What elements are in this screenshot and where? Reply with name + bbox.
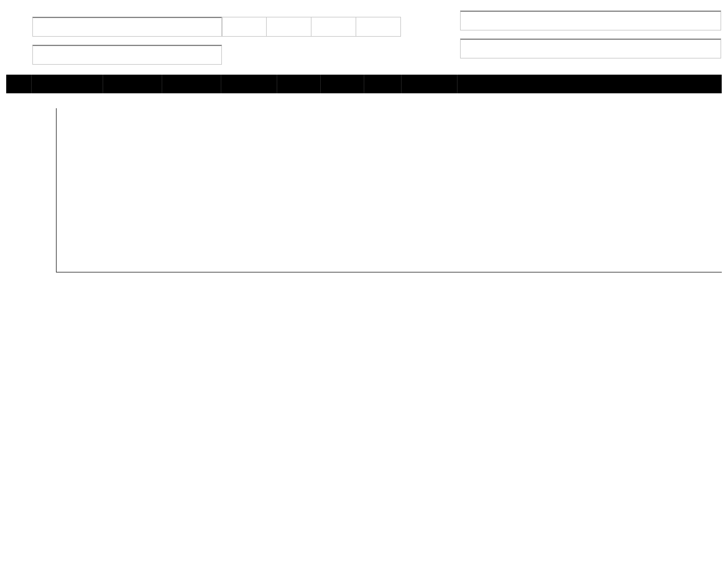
gantt-chart <box>6 107 722 272</box>
col-at-risk <box>6 75 31 93</box>
project-manager-field[interactable] <box>32 45 222 65</box>
total-days-value <box>356 17 401 37</box>
task-table <box>6 75 722 93</box>
col-start <box>277 75 320 93</box>
gantt-body <box>56 108 722 272</box>
task-table-header <box>6 75 722 93</box>
project-deliverable-field[interactable] <box>460 11 721 30</box>
header-panel <box>6 9 722 65</box>
col-status <box>401 75 457 93</box>
col-days <box>364 75 401 93</box>
overall-progress-value <box>222 17 267 37</box>
end-date-label <box>311 9 356 17</box>
col-finish <box>320 75 364 93</box>
scope-statement-field[interactable] <box>460 39 721 58</box>
project-name-field[interactable] <box>32 17 222 37</box>
total-days-label <box>356 9 401 17</box>
col-story-points <box>221 75 277 93</box>
start-date-value <box>267 17 311 37</box>
col-task-name <box>31 75 103 93</box>
col-story-points-2 <box>457 75 722 93</box>
end-date-value <box>311 17 356 37</box>
col-feature-type <box>103 75 162 93</box>
overall-progress-label <box>222 9 267 17</box>
col-responsible <box>162 75 221 93</box>
start-date-label <box>267 9 311 17</box>
